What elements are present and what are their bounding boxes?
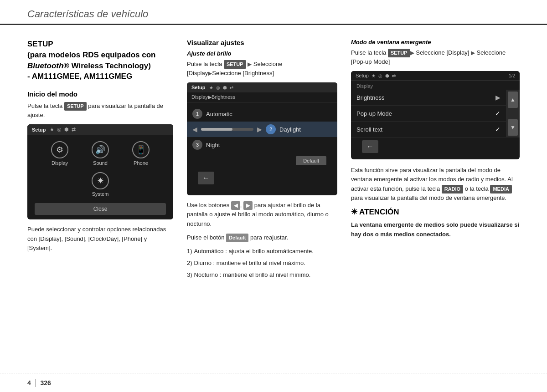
num-1: 1: [192, 109, 202, 119]
screen1-status-icons: ★ ◎ ⬢ ⇄: [50, 127, 76, 132]
screen2-title: Setup: [191, 85, 206, 90]
screen2-status: ★ ◎ ⬢ ⇄: [209, 85, 233, 90]
default-badge: Default: [226, 234, 248, 242]
visualizar-title: Visualizar ajustes: [187, 39, 337, 46]
inicio-text: Pulse la tecla SETUP para visualizar la …: [27, 102, 173, 120]
page-footer: 4 | 326: [0, 373, 547, 392]
puede-text: Puede seleccionar y controlar opciones r…: [27, 225, 173, 252]
pulse-text: Pulse la tecla SETUP ▶ Seleccione [Displ…: [187, 60, 337, 78]
menu-sound: 🔊 Sound: [83, 141, 118, 166]
screen3-rows-container: Brightness ▶ Pop-up Mode ✓ Scroll text ✓…: [351, 90, 520, 137]
screen3-usb-icon: ⬢: [385, 73, 389, 78]
screen1-title: Setup: [32, 127, 46, 132]
modo-title: Modo de ventana emergente: [351, 39, 520, 46]
arrow-icon-1: ▶: [248, 61, 252, 67]
extra-icon: ⇄: [72, 127, 76, 132]
media-badge: MEDIA: [490, 185, 511, 193]
num-3: 3: [192, 140, 202, 150]
popup-check-icon: ✓: [495, 110, 501, 117]
screen2-back-button[interactable]: ←: [198, 172, 214, 184]
inicio-title: Inicio del modo: [27, 90, 173, 98]
scroll-down-button[interactable]: ▼: [508, 119, 518, 136]
brightness-arrow-icon: ▶: [495, 94, 501, 101]
bt-icon: ★: [209, 85, 213, 90]
footer-doc-num: 326: [40, 379, 51, 387]
use-text: Use los botones ◀, ▶ para ajustar el bri…: [187, 201, 337, 228]
screen3-back-area: ←: [351, 137, 520, 159]
arrow-3: ▶: [410, 50, 414, 56]
setup-badge-1: SETUP: [64, 102, 87, 111]
screen1-header: Setup ★ ◎ ⬢ ⇄: [27, 124, 173, 135]
footer-divider: |: [35, 378, 37, 387]
brightness-row-night: 3 Night: [187, 137, 337, 153]
screen2-content: 1 Automatic ◀ ▶ 2 Daylight 3 Night: [187, 102, 337, 195]
brightness-fill: [201, 128, 232, 131]
screen3-section-label: Display: [351, 81, 520, 90]
system-icon: ✷: [92, 172, 109, 189]
list-item-2: 2) Diurno : mantiene el brillo al nivel …: [187, 259, 337, 268]
brightness-list: 1) Automático : ajusta el brillo automát…: [187, 247, 337, 280]
scroll-up-button[interactable]: ▲: [508, 92, 518, 108]
column-3: Modo de ventana emergente Pulse la tecla…: [351, 39, 520, 282]
brightness-track: [201, 128, 253, 131]
esta-text: Esta función sirve para visualizar la pa…: [351, 166, 520, 203]
ajuste-subtitle: Ajuste del brillo: [187, 50, 337, 57]
screen2-path: Display▶Brightness: [187, 92, 337, 102]
num-2: 2: [266, 124, 276, 134]
brightness-row-daylight: ◀ ▶ 2 Daylight: [187, 122, 337, 137]
screen3-swap-icon: ⇄: [392, 73, 396, 78]
list-item-1: 1) Automático : ajusta el brillo automát…: [187, 247, 337, 256]
menu-display: ⚙ Display: [43, 141, 77, 166]
column-1: SETUP (para modelos RDS equipados con Bl…: [27, 39, 173, 282]
screen1-body: ⚙ Display 🔊 Sound 📱 Phone ✷ System: [27, 135, 173, 203]
right-btn-badge: ▶: [243, 201, 253, 210]
screen3-back-button[interactable]: ←: [362, 140, 378, 153]
display-icon: ⚙: [51, 141, 68, 158]
footer-page-num: 4: [27, 379, 31, 387]
modo-text: Pulse la tecla SETUP▶ Seleccione [Displa…: [351, 48, 520, 66]
screen3-row-scroll: Scroll text ✓: [351, 122, 506, 137]
screen3-row-popup: Pop-up Mode ✓: [351, 106, 506, 122]
bluetooth-icon: ★: [50, 127, 54, 132]
page-title: Características de vehículo: [27, 8, 520, 24]
swap-icon: ⇄: [230, 85, 233, 90]
column-2: Visualizar ajustes Ajuste del brillo Pul…: [187, 39, 337, 282]
screen3-rows: Brightness ▶ Pop-up Mode ✓ Scroll text ✓: [351, 90, 506, 137]
sound-icon: 🔊: [92, 141, 109, 158]
arrow-icon-2: ▶: [208, 70, 212, 76]
left-arrow-icon[interactable]: ◀: [192, 126, 197, 133]
screen3-page: 1/2: [509, 73, 515, 78]
attention-title: ✳ ATENCIÓN: [351, 207, 520, 217]
daylight-label: Daylight: [279, 126, 332, 133]
wifi-icon: ◎: [216, 85, 220, 90]
screen3-scroll-controls: ▲ ▼: [506, 90, 520, 137]
right-arrow-icon[interactable]: ▶: [257, 126, 262, 133]
list-item-3: 3) Nocturno : mantiene el brillo al nive…: [187, 270, 337, 280]
screen2-mockup: Setup ★ ◎ ⬢ ⇄ Display▶Brightness 1 Autom…: [187, 82, 337, 195]
usb2-icon: ⬢: [223, 85, 227, 90]
menu-system: ✷ System: [83, 172, 118, 197]
screen1-close-area: Close: [35, 203, 166, 215]
arrow-4: ▶: [471, 50, 475, 56]
usb-icon: ⬢: [64, 127, 69, 132]
left-btn-badge: ◀: [231, 201, 240, 210]
phone-icon: 📱: [132, 141, 150, 158]
screen3-mockup: Setup ★ ◎ ⬢ ⇄ 1/2 Display Brightness ▶: [351, 71, 520, 159]
brightness-row-automatic: 1 Automatic: [187, 106, 337, 122]
close-button[interactable]: Close: [35, 203, 166, 215]
main-content: SETUP (para modelos RDS equipados con Bl…: [0, 25, 547, 291]
screen3-bt-icon: ★: [372, 73, 376, 78]
screen3-row-brightness: Brightness ▶: [351, 90, 506, 106]
menu-phone: 📱 Phone: [124, 141, 158, 166]
scroll-check-icon: ✓: [495, 126, 501, 133]
screen1-mockup: Setup ★ ◎ ⬢ ⇄ ⚙ Display 🔊 Sound: [27, 124, 173, 219]
setup-badge-3: SETUP: [388, 49, 410, 57]
screen3-title: Setup: [356, 73, 369, 78]
auto-label: Automatic: [206, 111, 332, 117]
attention-text: La ventana emergente de medios solo pued…: [351, 220, 520, 239]
default-row: Default: [187, 153, 337, 171]
screen3-wifi-icon: ◎: [378, 73, 382, 78]
default-button[interactable]: Default: [296, 156, 326, 165]
night-label: Night: [206, 142, 332, 148]
signal-icon: ◎: [57, 127, 62, 132]
